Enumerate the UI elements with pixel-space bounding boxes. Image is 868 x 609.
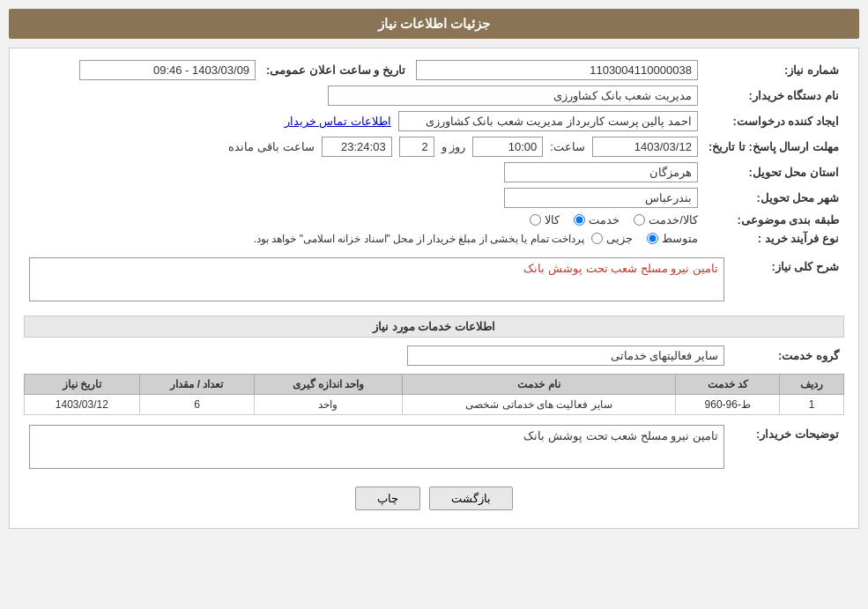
category-option-kala[interactable]: کالا [530,213,560,227]
contact-link[interactable]: اطلاعات تماس خریدار [285,115,391,128]
services-section-title: اطلاعات خدمات مورد نیاز [24,316,844,338]
deadline-date: 1403/03/12 [592,137,698,157]
announce-date-label: تاریخ و ساعت اعلان عمومی: [261,57,411,83]
buyer-desc-textarea [29,425,724,469]
table-row: 1ط-96-960سایر فعالیت های خدماتی شخصیواحد… [25,395,844,415]
page-title: جزئیات اطلاعات نیاز [378,16,490,31]
purchase-type-jozii[interactable]: جزیی [591,232,633,245]
col-name: نام خدمت [402,375,676,395]
category-radio-group: کالا/خدمت خدمت کالا [29,213,698,227]
buyer-org-value: مدیریت شعب بانک کشاورزی [328,85,698,106]
deadline-remaining-label: ساعت باقی مانده [228,140,314,153]
deadline-time: 10:00 [472,137,543,157]
need-desc-textarea [29,257,724,301]
deadline-days-label: روز و [441,140,466,153]
purchase-type-label: نوع فرآیند خرید : [703,229,844,248]
category-label: طبقه بندی موضوعی: [703,211,844,229]
action-buttons: بازگشت چاپ [24,486,844,519]
category-option-kala-khedmat[interactable]: کالا/خدمت [634,213,698,227]
need-desc-label: شرح کلی نیاز: [730,255,844,307]
cell-code: ط-96-960 [676,395,780,415]
creator-label: ایجاد کننده درخواست: [703,108,844,134]
service-group-value: سایر فعالیتهای خدماتی [407,345,724,366]
creator-value: احمد پالین پرست کاربرداز مدیریت شعب بانک… [398,111,698,131]
cell-quantity: 6 [139,395,255,415]
buyer-desc-label: توضیحات خریدار: [730,422,844,474]
purchase-note: پرداخت تمام یا بخشی از مبلغ خریدار از مح… [254,233,584,245]
need-number-label: شماره نیاز: [703,57,844,83]
announce-date-value: 1403/03/09 - 09:46 [79,60,256,80]
deadline-days: 2 [399,137,434,157]
cell-name: سایر فعالیت های خدماتی شخصی [402,395,676,415]
need-number-value: 1103004110000038 [416,60,698,80]
purchase-type-radio-group: متوسط جزیی [591,232,698,245]
deadline-remaining: 23:24:03 [322,137,392,157]
deadline-time-label: ساعت: [550,140,585,153]
deadline-label: مهلت ارسال پاسخ: تا تاریخ: [703,134,844,160]
cell-date: 1403/03/12 [25,395,140,415]
province-value: هرمزگان [504,162,698,182]
col-unit: واحد اندازه گیری [255,375,402,395]
cell-unit: واحد [255,395,402,415]
page-header: جزئیات اطلاعات نیاز [9,9,859,39]
buyer-org-label: نام دستگاه خریدار: [703,83,844,108]
city-value: بندرعباس [504,188,698,208]
services-table: ردیف کد خدمت نام خدمت واحد اندازه گیری ت… [24,374,844,415]
print-button[interactable]: چاپ [355,486,420,510]
category-option-khedmat[interactable]: خدمت [574,213,619,227]
col-qty: تعداد / مقدار [139,375,255,395]
city-label: شهر محل تحویل: [703,185,844,211]
province-label: استان محل تحویل: [703,160,844,185]
col-date: تاریخ نیاز [25,375,140,395]
col-row: ردیف [780,375,844,395]
purchase-type-motavaset[interactable]: متوسط [647,232,698,245]
back-button[interactable]: بازگشت [429,486,513,510]
col-code: کد خدمت [676,375,780,395]
cell-row: 1 [780,395,844,415]
service-group-label: گروه خدمت: [730,343,844,368]
